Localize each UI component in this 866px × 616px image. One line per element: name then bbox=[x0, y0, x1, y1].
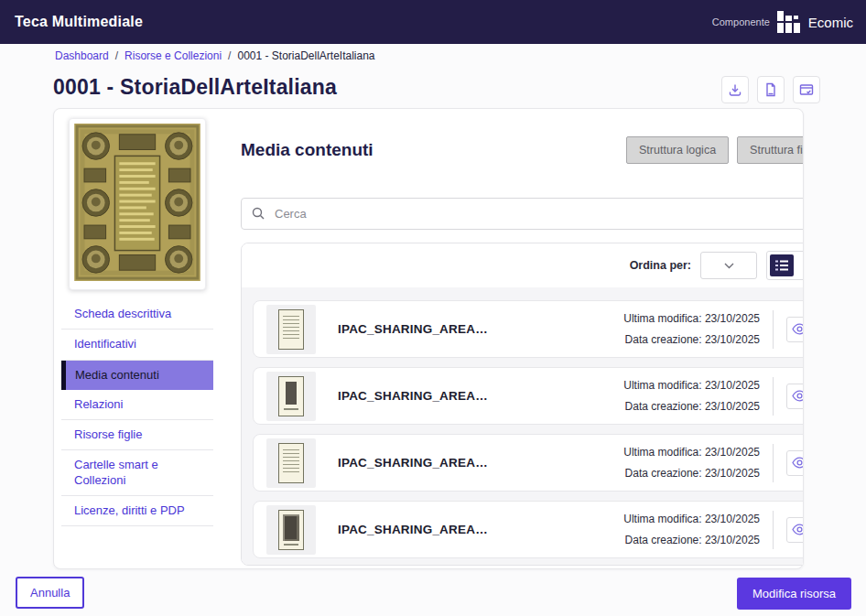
cancel-button[interactable]: Annulla bbox=[16, 577, 84, 609]
structure-buttons: Struttura logica Struttura fisica bbox=[626, 136, 804, 164]
page-title: 0001 - StoriaDellArteItaliana bbox=[53, 75, 337, 100]
document-icon bbox=[763, 82, 778, 97]
ultima-modifica: Ultima modifica: 23/10/2025 bbox=[623, 312, 760, 325]
divider bbox=[773, 444, 774, 482]
preview-button[interactable] bbox=[786, 450, 804, 476]
ecomic-logo-icon bbox=[777, 10, 801, 34]
list-toolbar: Ordina per: bbox=[242, 243, 804, 287]
chevron-down-icon bbox=[724, 263, 734, 269]
resource-detail-card: Scheda descrittiva Identificativi Media … bbox=[53, 108, 804, 569]
sidebar: Scheda descrittiva Identificativi Media … bbox=[61, 116, 213, 526]
sidebar-item-label: Licenze, diritti e PDP bbox=[74, 503, 185, 517]
section-title: Media contenuti bbox=[241, 140, 373, 160]
breadcrumb: Dashboard / Risorse e Collezioni / 0001 … bbox=[55, 49, 375, 62]
media-thumbnail bbox=[266, 372, 316, 421]
media-item[interactable]: IPAC_SHARING_AREA… Ultima modifica: 23/1… bbox=[253, 300, 804, 358]
divider bbox=[773, 511, 774, 549]
sidebar-item-scheda-descrittiva[interactable]: Scheda descrittiva bbox=[61, 299, 213, 330]
resource-thumbnail bbox=[69, 118, 206, 290]
struttura-logica-button[interactable]: Struttura logica bbox=[626, 136, 729, 164]
title-actions bbox=[721, 76, 820, 103]
media-item[interactable]: IPAC_SHARING_AREA… Ultima modifica: 23/1… bbox=[253, 434, 804, 492]
divider bbox=[773, 377, 774, 416]
data-creazione: Data creazione: 23/10/2025 bbox=[623, 400, 760, 413]
struttura-fisica-button[interactable]: Struttura fisica bbox=[737, 136, 804, 164]
download-icon bbox=[728, 82, 742, 97]
sidebar-item-cartelle-smart[interactable]: Cartelle smart e Collezioni bbox=[61, 450, 213, 496]
sidebar-item-risorse-figlie[interactable]: Risorse figlie bbox=[61, 420, 213, 450]
breadcrumb-risorse[interactable]: Risorse e Collezioni bbox=[124, 49, 222, 62]
media-item-dates: Ultima modifica: 23/10/2025 Data creazio… bbox=[623, 379, 760, 413]
sidebar-item-relazioni[interactable]: Relazioni bbox=[61, 390, 213, 420]
app-header: Teca Multimediale Componente Ecomic bbox=[0, 0, 866, 44]
media-item-dates: Ultima modifica: 23/10/2025 Data creazio… bbox=[623, 312, 760, 346]
media-thumbnail bbox=[266, 438, 316, 488]
media-item[interactable]: IPAC_SHARING_AREA… Ultima modifica: 23/1… bbox=[253, 367, 804, 425]
media-list-panel: Ordina per: bbox=[241, 243, 804, 566]
eye-icon bbox=[792, 323, 805, 335]
sidebar-item-label: Risorse figlie bbox=[74, 427, 142, 441]
content-pane: Media contenuti Struttura logica Struttu… bbox=[241, 136, 804, 566]
grid-view-button[interactable] bbox=[796, 254, 804, 276]
data-creazione: Data creazione: 23/10/2025 bbox=[623, 534, 760, 546]
search-icon bbox=[251, 206, 265, 224]
breadcrumb-separator: / bbox=[228, 49, 231, 62]
preview-button[interactable] bbox=[786, 384, 804, 409]
divider bbox=[773, 310, 774, 349]
media-item-dates: Ultima modifica: 23/10/2025 Data creazio… bbox=[623, 446, 760, 480]
breadcrumb-separator: / bbox=[115, 49, 118, 62]
sidebar-item-label: Media contenuti bbox=[75, 368, 159, 382]
ultima-modifica: Ultima modifica: 23/10/2025 bbox=[623, 513, 760, 525]
data-creazione: Data creazione: 23/10/2025 bbox=[623, 333, 760, 346]
breadcrumb-current: 0001 - StoriaDellArteItaliana bbox=[237, 49, 374, 62]
sidebar-item-label: Identificativi bbox=[74, 337, 136, 351]
app-title: Teca Multimediale bbox=[15, 14, 143, 30]
media-item-title: IPAC_SHARING_AREA… bbox=[338, 389, 488, 403]
download-button[interactable] bbox=[721, 76, 749, 103]
preview-button[interactable] bbox=[786, 317, 804, 342]
search-bar bbox=[241, 198, 804, 230]
media-item-title: IPAC_SHARING_AREA… bbox=[338, 322, 488, 336]
breadcrumb-dashboard[interactable]: Dashboard bbox=[55, 49, 109, 62]
ultima-modifica: Ultima modifica: 23/10/2025 bbox=[623, 379, 760, 392]
book-cover-image bbox=[74, 124, 200, 281]
edit-resource-button[interactable]: Modifica risorsa bbox=[737, 578, 851, 610]
sidebar-item-identificativi[interactable]: Identificativi bbox=[61, 330, 213, 360]
media-list: IPAC_SHARING_AREA… Ultima modifica: 23/1… bbox=[242, 287, 804, 566]
eye-icon bbox=[792, 457, 805, 469]
document-button[interactable] bbox=[757, 76, 785, 103]
preview-button[interactable] bbox=[786, 517, 804, 543]
component-label: Componente bbox=[712, 16, 770, 27]
sidebar-item-licenze[interactable]: Licenze, diritti e PDP bbox=[61, 496, 213, 526]
media-item[interactable]: IPAC_SHARING_AREA… Ultima modifica: 23/1… bbox=[253, 501, 804, 558]
brand-name: Ecomic bbox=[808, 15, 853, 30]
media-thumbnail bbox=[266, 305, 316, 354]
card-check-icon bbox=[799, 82, 814, 97]
media-item-title: IPAC_SHARING_AREA… bbox=[338, 523, 488, 536]
view-toggle bbox=[766, 251, 804, 280]
media-thumbnail bbox=[266, 505, 316, 555]
card-check-button[interactable] bbox=[793, 76, 820, 103]
brand: Componente Ecomic bbox=[712, 10, 853, 34]
media-item-title: IPAC_SHARING_AREA… bbox=[338, 456, 488, 470]
sidebar-item-label: Scheda descrittiva bbox=[74, 307, 171, 320]
ultima-modifica: Ultima modifica: 23/10/2025 bbox=[623, 446, 760, 459]
sidebar-item-media-contenuti[interactable]: Media contenuti bbox=[61, 361, 213, 390]
list-view-button[interactable] bbox=[770, 254, 794, 276]
search-input[interactable] bbox=[241, 198, 804, 230]
sidebar-item-label: Relazioni bbox=[74, 397, 123, 411]
grid-view-icon bbox=[802, 259, 804, 272]
sidebar-item-label: Cartelle smart e Collezioni bbox=[74, 458, 158, 486]
list-view-icon bbox=[774, 259, 789, 272]
sort-select[interactable] bbox=[700, 252, 757, 279]
sort-label: Ordina per: bbox=[630, 259, 691, 272]
eye-icon bbox=[792, 524, 805, 535]
sidebar-nav: Scheda descrittiva Identificativi Media … bbox=[61, 299, 213, 526]
data-creazione: Data creazione: 23/10/2025 bbox=[623, 467, 760, 480]
media-item-dates: Ultima modifica: 23/10/2025 Data creazio… bbox=[623, 513, 760, 546]
eye-icon bbox=[792, 390, 805, 402]
